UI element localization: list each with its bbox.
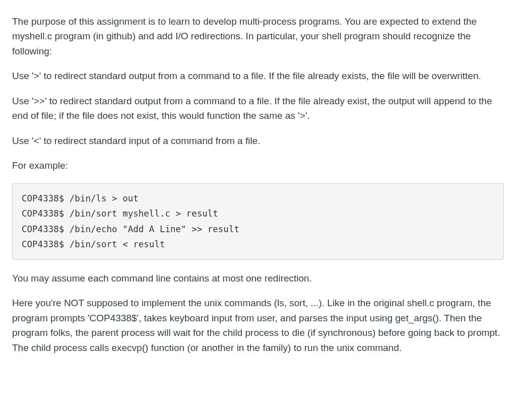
example-label: For example: — [12, 158, 504, 173]
explanation-paragraph: Here you're NOT supposed to implement th… — [12, 296, 504, 355]
assumption-paragraph: You may assume each command line contain… — [12, 271, 504, 286]
redirect-append-paragraph: Use '>>' to redirect standard output fro… — [12, 94, 504, 123]
intro-paragraph: The purpose of this assignment is to lea… — [12, 14, 504, 58]
code-example-block: COP4338$ /bin/ls > out COP4338$ /bin/sor… — [12, 183, 504, 260]
redirect-in-paragraph: Use '<' to redirect standard input of a … — [12, 133, 504, 148]
redirect-out-paragraph: Use '>' to redirect standard output from… — [12, 68, 504, 83]
assignment-description: The purpose of this assignment is to lea… — [12, 14, 504, 355]
